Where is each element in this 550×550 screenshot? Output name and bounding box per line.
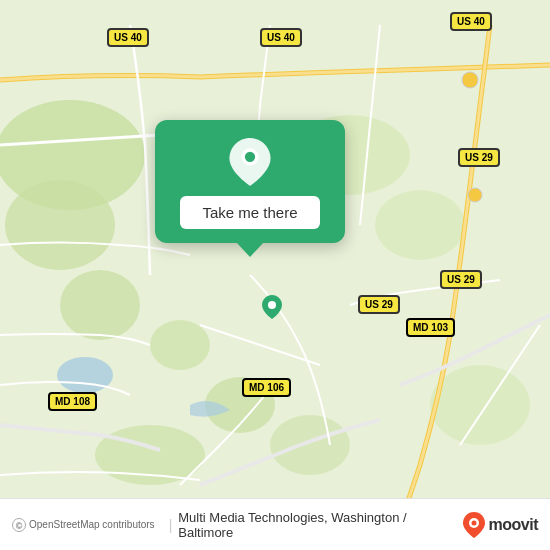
svg-point-2 [5, 180, 115, 270]
svg-point-16 [245, 152, 255, 162]
bottom-bar: © OpenStreetMap contributors | Multi Med… [0, 498, 550, 550]
take-me-there-button[interactable]: Take me there [180, 196, 319, 229]
badge-us40-tm: US 40 [260, 28, 302, 47]
osm-text: OpenStreetMap contributors [29, 519, 155, 530]
svg-point-6 [375, 190, 465, 260]
badge-us40-tl: US 40 [107, 28, 149, 47]
badge-us40-tr: US 40 [450, 12, 492, 31]
osm-attribution: © OpenStreetMap contributors [12, 518, 155, 532]
svg-point-14 [268, 301, 276, 309]
badge-us29-bm: US 29 [358, 295, 400, 314]
badge-md108: MD 108 [48, 392, 97, 411]
svg-point-12 [462, 72, 478, 88]
popup-card: Take me there [155, 120, 345, 243]
osm-icon: © [12, 518, 26, 532]
separator: | [169, 517, 173, 533]
svg-point-11 [57, 357, 113, 393]
svg-point-13 [468, 188, 482, 202]
badge-us29-mr: US 29 [458, 148, 500, 167]
badge-us29-br: US 29 [440, 270, 482, 289]
svg-point-10 [430, 365, 530, 445]
location-marker [262, 295, 282, 319]
svg-point-9 [270, 415, 350, 475]
badge-md103: MD 103 [406, 318, 455, 337]
map-container: US 40 US 40 US 40 US 29 US 29 US 29 MD 1… [0, 0, 550, 550]
svg-point-4 [150, 320, 210, 370]
moovit-logo: moovit [463, 512, 538, 538]
location-label: Multi Media Technologies, Washington / B… [178, 510, 462, 540]
moovit-label: moovit [489, 516, 538, 534]
moovit-pin-icon [463, 512, 485, 538]
popup-pin-icon [226, 138, 274, 186]
svg-point-18 [471, 520, 476, 525]
svg-point-3 [60, 270, 140, 340]
badge-md106: MD 106 [242, 378, 291, 397]
